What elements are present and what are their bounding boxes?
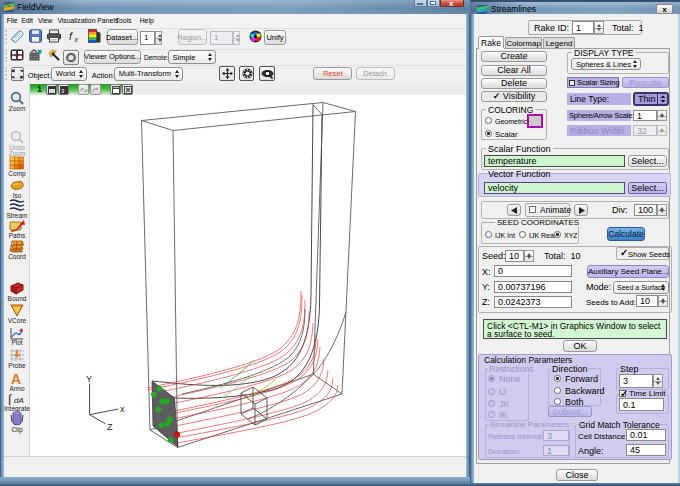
svg-text:∫: ∫: [8, 392, 12, 405]
svg-text:x: x: [120, 404, 125, 414]
svg-text:f: f: [69, 30, 73, 42]
svg-text:Z: Z: [107, 422, 113, 432]
svg-text:A: A: [11, 371, 21, 385]
svg-text:Y: Y: [86, 374, 92, 384]
svg-text:x: x: [74, 36, 79, 43]
svg-text:dA: dA: [14, 396, 24, 405]
